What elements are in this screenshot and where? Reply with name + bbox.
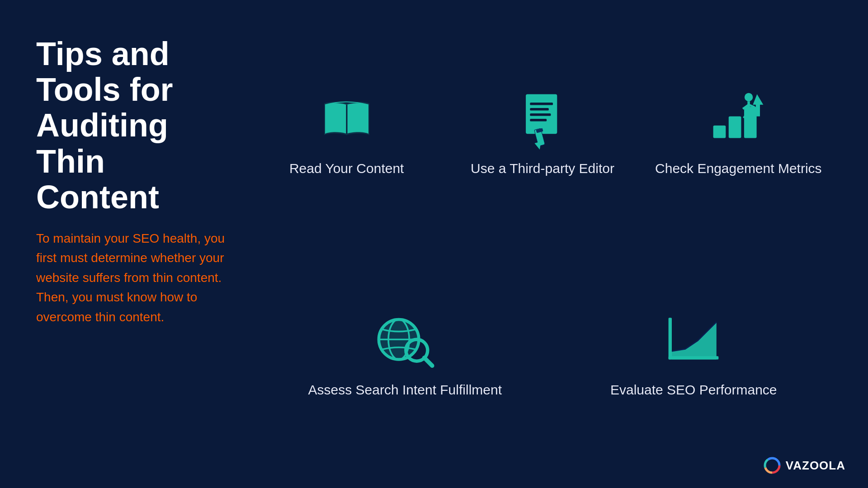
growth-icon [709, 90, 768, 149]
card-search-intent: Assess Search Intent Fulfillment [299, 302, 511, 408]
chart-icon [664, 311, 723, 370]
svg-rect-2 [530, 103, 553, 105]
svg-rect-13 [756, 103, 760, 116]
card-search-intent-label: Assess Search Intent Fulfillment [308, 381, 502, 399]
svg-point-25 [379, 319, 419, 359]
bottom-row: Assess Search Intent Fulfillment Evalua [253, 302, 832, 408]
card-engagement-metrics: Check Engagement Metrics [646, 81, 831, 186]
book-icon [317, 90, 376, 149]
svg-line-24 [424, 357, 432, 366]
subtitle-text: To maintain your SEO health, you first m… [36, 229, 226, 327]
page-container: Tips and Tools for Auditing Thin Content… [0, 0, 868, 488]
vazoola-logo: VAZOOLA [763, 456, 845, 474]
search-globe-icon [376, 311, 434, 370]
card-seo-performance: Evaluate SEO Performance [601, 302, 786, 408]
main-title: Tips and Tools for Auditing Thin Content [36, 36, 226, 215]
svg-rect-10 [729, 116, 741, 138]
card-read-content-label: Read Your Content [289, 160, 404, 177]
card-read-content: Read Your Content [280, 81, 413, 186]
svg-marker-12 [753, 94, 764, 104]
right-panel: Read Your Content Use a T [226, 27, 832, 461]
svg-rect-26 [669, 318, 672, 359]
card-engagement-metrics-label: Check Engagement Metrics [655, 160, 822, 177]
svg-marker-28 [672, 322, 717, 359]
card-seo-performance-label: Evaluate SEO Performance [610, 381, 777, 399]
card-third-party-editor: Use a Third-party Editor [462, 81, 623, 186]
editor-icon [513, 90, 572, 149]
vazoola-logo-icon [763, 456, 781, 474]
svg-rect-9 [713, 125, 726, 138]
svg-rect-4 [530, 113, 551, 116]
left-panel: Tips and Tools for Auditing Thin Content… [36, 27, 226, 461]
vazoola-brand-name: VAZOOLA [786, 459, 845, 473]
svg-rect-5 [530, 119, 547, 122]
svg-rect-3 [530, 108, 549, 111]
card-third-party-editor-label: Use a Third-party Editor [471, 160, 614, 177]
svg-point-14 [745, 93, 753, 101]
